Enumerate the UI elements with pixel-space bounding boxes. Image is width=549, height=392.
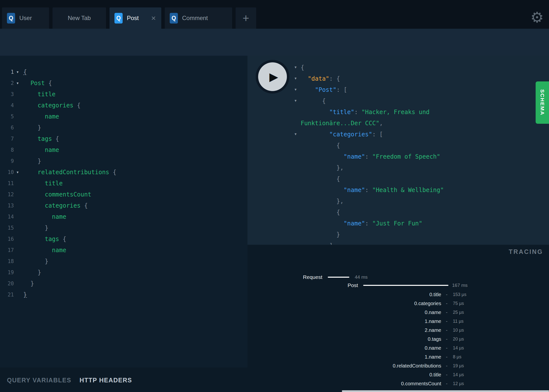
line-number: 8	[0, 147, 14, 153]
toolbar: PRETTIFY HISTORY http://localhost:4000/ …	[0, 29, 549, 56]
code-text: }	[23, 224, 48, 231]
response-line: },	[297, 162, 444, 173]
code-text: }	[23, 269, 41, 276]
collapse-icon[interactable]: ▾	[293, 87, 299, 92]
tracing-row-label: 1.name	[247, 354, 441, 360]
code-text: Post {	[23, 80, 52, 87]
line-number: 14	[0, 214, 14, 220]
tracing-row-value: 25 µs	[453, 309, 464, 316]
response-line: "categories": [	[297, 129, 444, 140]
response-line: "data": {	[297, 73, 444, 84]
tracing-bar	[328, 277, 349, 278]
line-number: 3	[0, 91, 14, 97]
response-line: }	[297, 229, 444, 240]
tracing-row-value: 11 µs	[453, 318, 464, 324]
response-pane: { "data": { "Post": [ { "title": "Hacker…	[247, 56, 549, 245]
query-type-badge: Q	[114, 13, 123, 24]
tracing-row: 0.name-14 µs	[247, 345, 549, 351]
query-editor[interactable]: 1▾{2▾ Post {3 title4 categories {5 name6…	[0, 56, 247, 368]
tracing-row: 2.name-10 µs	[247, 327, 549, 333]
code-text: title	[23, 180, 63, 187]
tab-new-tab[interactable]: New Tab	[53, 7, 106, 29]
tracing-row-dash: -	[444, 318, 449, 324]
code-text: categories {	[23, 202, 88, 209]
fold-icon[interactable]: ▾	[14, 81, 21, 85]
code-text: tags {	[23, 135, 59, 142]
tracing-title: TRACING	[509, 248, 543, 255]
tracing-row: 0.categories-75 µs	[247, 300, 549, 307]
tab-post[interactable]: QPost×	[110, 7, 161, 29]
tracing-row: 0.commentsCount-12 µs	[247, 380, 549, 387]
tracing-row: 1.name-8 µs	[247, 354, 549, 360]
schema-tab[interactable]: SCHEMA	[536, 81, 549, 124]
tracing-row-value: 10 µs	[453, 327, 464, 333]
tracing-row-label: 1.name	[247, 318, 441, 324]
response-line: "title": "Hacker, Freaks und	[297, 106, 444, 118]
tracing-row-value: 19 µs	[453, 363, 464, 369]
editor-line: 19 }	[0, 267, 247, 278]
collapse-icon[interactable]: ▾	[293, 132, 299, 136]
tracing-row-value: 8 µs	[453, 354, 461, 360]
line-number: 9	[0, 158, 14, 164]
line-number: 7	[0, 136, 14, 142]
line-number: 6	[0, 125, 14, 131]
code-text: {	[23, 69, 27, 75]
editor-line: 5 name	[0, 111, 247, 122]
tracing-row-label: 0.name	[247, 309, 441, 316]
editor-line: 11 title	[0, 178, 247, 189]
new-tab-button[interactable]: +	[236, 7, 256, 29]
tracing-row-dash: -	[444, 300, 449, 307]
query-variables-tab[interactable]: QUERY VARIABLES	[7, 377, 71, 384]
tab-bar: QUserNew TabQPost×QComment+ ⚙	[0, 0, 549, 29]
line-number: 19	[0, 270, 14, 275]
tracing-row-label: 0.categories	[247, 300, 441, 307]
editor-line: 20 }	[0, 278, 247, 289]
schema-tab-label: SCHEMA	[539, 89, 545, 116]
tracing-row: 0.name-25 µs	[247, 309, 549, 316]
tracing-row: 0.relatedContributions-19 µs	[247, 363, 549, 369]
tracing-row-value: 14 µs	[453, 345, 464, 351]
line-number: 5	[0, 114, 14, 120]
editor-line: 6 }	[0, 122, 247, 133]
http-headers-tab[interactable]: HTTP HEADERS	[80, 377, 132, 384]
response-line: {	[297, 62, 444, 73]
fold-icon[interactable]: ▾	[14, 170, 21, 174]
tab-comment[interactable]: QComment	[165, 7, 232, 29]
settings-gear-icon[interactable]: ⚙	[530, 10, 544, 25]
tracing-row-dash: -	[444, 291, 449, 298]
editor-line: 3 title	[0, 89, 247, 100]
editor-line: 1▾{	[0, 66, 247, 77]
horizontal-scrollbar[interactable]	[342, 390, 549, 392]
tracing-row-label: 0.title	[247, 291, 441, 298]
line-number: 4	[0, 102, 14, 108]
query-editor-lines: 1▾{2▾ Post {3 title4 categories {5 name6…	[0, 66, 247, 300]
tab-list: QUserNew TabQPost×QComment+	[2, 7, 256, 29]
editor-line: 16 tags {	[0, 233, 247, 245]
close-tab-icon[interactable]: ×	[151, 14, 161, 22]
query-type-badge: Q	[170, 13, 178, 24]
tracing-bar	[363, 285, 448, 286]
response-line: "name": "Health & Wellbeing"	[297, 184, 444, 196]
tab-user[interactable]: QUser	[2, 7, 49, 29]
collapse-icon[interactable]: ▾	[293, 65, 299, 70]
tab-label: New Tab	[68, 15, 91, 22]
tracing-row-dash: -	[444, 327, 449, 333]
line-number: 17	[0, 247, 14, 253]
collapse-icon[interactable]: ▾	[293, 98, 299, 103]
tracing-row-dash: -	[444, 345, 449, 351]
fold-icon[interactable]: ▾	[14, 70, 21, 74]
editor-line: 15 }	[0, 222, 247, 233]
code-text: name	[23, 147, 59, 153]
execute-button[interactable]: ▶	[256, 60, 289, 94]
code-text: title	[23, 91, 55, 98]
tracing-row-dash: -	[444, 363, 449, 369]
tracing-row-value: 167 ms	[452, 282, 467, 289]
collapse-icon[interactable]: ▾	[293, 76, 299, 81]
line-number: 11	[0, 180, 14, 186]
code-text: }	[23, 258, 48, 265]
line-number: 15	[0, 225, 14, 231]
line-number: 21	[0, 292, 14, 298]
editor-line: 12 commentsCount	[0, 189, 247, 200]
response-line: {	[297, 140, 444, 151]
code-text: tags {	[23, 236, 66, 243]
